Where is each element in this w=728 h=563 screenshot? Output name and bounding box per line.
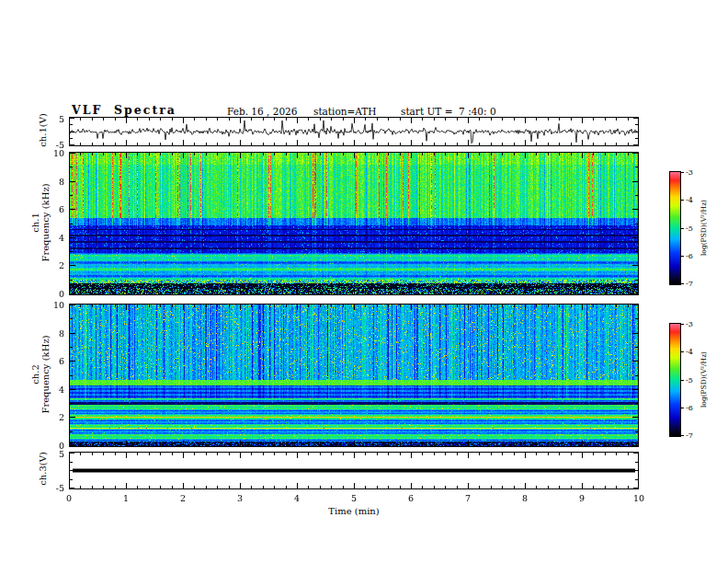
axis-tick xyxy=(605,118,606,121)
axis-tick xyxy=(297,441,298,446)
axis-tick xyxy=(354,153,355,158)
tick-label: 8 xyxy=(59,327,64,338)
axis-tick xyxy=(103,153,104,155)
axis-tick xyxy=(343,143,344,145)
axis-tick xyxy=(593,304,594,307)
axis-tick xyxy=(536,443,537,446)
axis-tick xyxy=(638,441,639,446)
axis-tick xyxy=(536,143,537,145)
ch1-wave-ylabel: ch.1(V) xyxy=(38,103,48,158)
axis-tick xyxy=(320,292,321,294)
axis-tick xyxy=(365,153,366,155)
axis-tick xyxy=(582,140,583,145)
axis-tick xyxy=(251,292,252,294)
axis-tick xyxy=(468,483,469,488)
axis-tick xyxy=(240,289,241,294)
axis-tick xyxy=(582,441,583,446)
axis-tick xyxy=(616,304,617,307)
axis-tick xyxy=(103,486,104,488)
axis-tick xyxy=(343,443,344,446)
axis-tick xyxy=(240,483,241,488)
axis-tick xyxy=(331,443,332,446)
axis-tick xyxy=(251,304,252,307)
tick-label: 5 xyxy=(351,493,357,503)
axis-tick xyxy=(343,453,344,455)
axis-tick xyxy=(377,453,378,455)
axis-tick xyxy=(628,118,629,121)
axis-tick xyxy=(206,143,207,145)
axis-tick xyxy=(343,153,344,155)
axis-tick xyxy=(274,143,275,145)
axis-tick xyxy=(92,118,93,121)
axis-tick xyxy=(422,118,423,121)
axis-tick xyxy=(354,304,355,310)
axis-tick xyxy=(137,486,138,488)
axis-tick xyxy=(172,153,173,155)
axis-tick xyxy=(229,453,230,455)
axis-tick xyxy=(681,324,684,325)
axis-tick xyxy=(194,453,195,455)
axis-tick xyxy=(681,256,684,257)
axis-tick xyxy=(536,118,537,121)
axis-tick xyxy=(388,153,389,155)
axis-tick xyxy=(635,280,638,281)
axis-tick xyxy=(70,389,75,390)
axis-tick xyxy=(628,292,629,294)
axis-tick xyxy=(149,443,150,446)
axis-tick xyxy=(240,441,241,446)
axis-tick xyxy=(377,153,378,155)
axis-tick xyxy=(632,304,638,305)
axis-tick xyxy=(263,143,264,145)
axis-tick xyxy=(632,209,638,210)
axis-tick xyxy=(468,441,469,446)
axis-tick xyxy=(194,486,195,488)
axis-tick xyxy=(638,453,639,458)
axis-tick xyxy=(548,486,549,488)
axis-tick xyxy=(635,124,638,125)
axis-tick xyxy=(468,118,469,123)
axis-tick xyxy=(103,143,104,145)
header-station: station=ATH xyxy=(313,106,377,117)
axis-tick xyxy=(149,143,150,145)
axis-tick xyxy=(681,380,684,381)
axis-tick xyxy=(457,143,458,145)
axis-tick xyxy=(70,361,75,362)
axis-tick xyxy=(400,486,401,488)
axis-tick xyxy=(217,486,218,488)
axis-tick xyxy=(160,118,161,121)
axis-tick xyxy=(206,304,207,307)
axis-tick xyxy=(354,483,355,488)
axis-tick xyxy=(548,453,549,455)
axis-tick xyxy=(681,283,684,284)
axis-tick xyxy=(286,143,287,145)
axis-tick xyxy=(343,118,344,121)
axis-tick xyxy=(635,462,638,463)
tick-label: -3 xyxy=(686,168,693,177)
axis-tick xyxy=(115,304,116,307)
axis-tick xyxy=(559,304,560,307)
axis-tick xyxy=(377,486,378,488)
axis-tick xyxy=(593,118,594,121)
axis-tick xyxy=(491,153,492,155)
axis-tick xyxy=(479,453,480,455)
axis-tick xyxy=(514,453,515,455)
axis-tick xyxy=(80,143,81,145)
axis-tick xyxy=(331,453,332,455)
axis-tick xyxy=(377,304,378,307)
axis-tick xyxy=(479,292,480,294)
axis-tick xyxy=(491,486,492,488)
axis-tick xyxy=(92,304,93,307)
colorbar-ch1 xyxy=(669,171,681,285)
axis-tick xyxy=(80,292,81,294)
axis-tick xyxy=(605,443,606,446)
axis-tick xyxy=(70,118,74,119)
colorbar2-label: log(PSD)(V²/Hz) xyxy=(700,343,708,417)
axis-tick xyxy=(632,237,638,238)
axis-tick xyxy=(593,153,594,155)
axis-tick xyxy=(479,486,480,488)
axis-tick xyxy=(286,486,287,488)
axis-tick xyxy=(502,453,503,455)
axis-tick xyxy=(274,292,275,294)
axis-tick xyxy=(217,153,218,155)
axis-tick xyxy=(229,118,230,121)
